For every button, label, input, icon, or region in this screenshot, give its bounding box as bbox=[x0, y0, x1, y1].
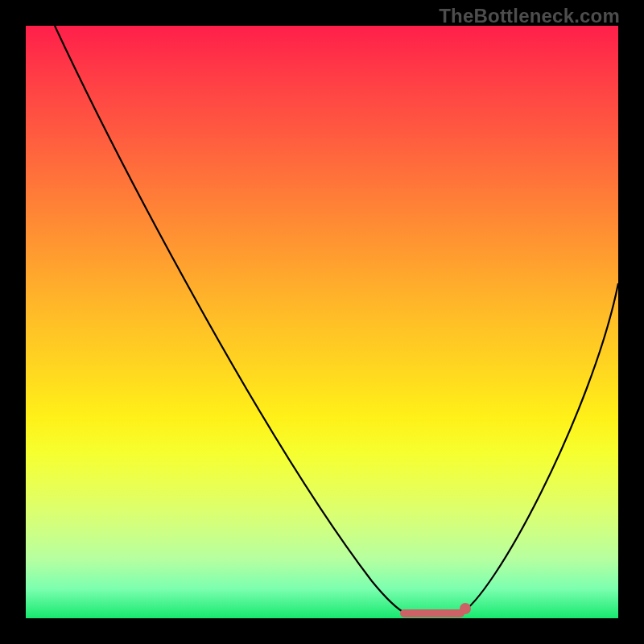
chart-frame: TheBottleneck.com bbox=[0, 0, 644, 644]
bottleneck-curve-right bbox=[460, 283, 618, 613]
plot-area bbox=[26, 26, 618, 618]
bottleneck-curve-left bbox=[55, 26, 406, 613]
optimal-point-marker bbox=[460, 603, 471, 614]
watermark-text: TheBottleneck.com bbox=[439, 5, 620, 27]
curve-layer bbox=[26, 26, 618, 618]
